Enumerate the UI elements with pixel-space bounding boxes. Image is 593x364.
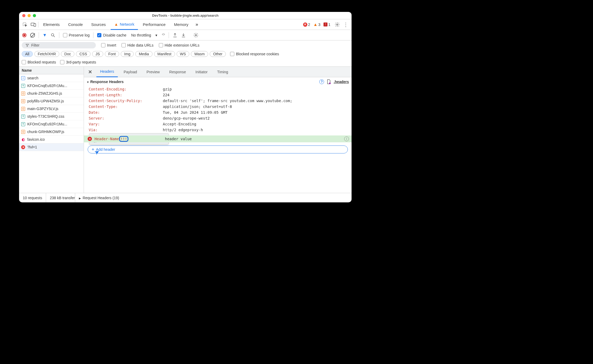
filter-toggle-icon[interactable]: ▼ [43,33,47,38]
issue-badges[interactable]: ✕2 ▲3 !1 [303,22,330,27]
dtab-preview[interactable]: Preview [143,67,164,77]
close-detail-button[interactable]: ✕ [86,69,94,75]
chip-fetch-xhr[interactable]: Fetch/XHR [34,51,59,57]
settings-icon[interactable] [334,21,341,28]
header-row: Content-Encoding:gzip [89,86,349,92]
invert-checkbox[interactable]: Invert [101,43,116,47]
dtab-response[interactable]: Response [165,67,190,77]
headers-source-link[interactable]: .headers [334,80,349,84]
blocked-cookies-checkbox[interactable]: Blocked response cookies [230,52,279,56]
request-name: styles-T73CSHRQ.css [27,114,64,119]
close-window-button[interactable] [22,14,25,17]
content-area: Name ≡searchTKFOmCnqEu92Fr1Mu...⟨⟩chunk-… [19,67,352,193]
header-name: Server: [89,116,163,120]
header-name: Content-Length: [89,93,163,97]
help-icon[interactable]: ? [319,79,324,84]
tab-console[interactable]: Console [65,19,87,30]
delete-header-button[interactable]: ✕ [88,137,92,141]
wifi-icon[interactable]: ⌔ [162,32,165,38]
collapse-arrow-icon [79,196,83,200]
request-row[interactable]: ✕?lvl=1 [19,143,84,151]
chip-manifest[interactable]: Manifest [154,51,175,57]
info-icon[interactable]: i [344,136,349,141]
dtab-timing[interactable]: Timing [213,67,232,77]
tab-memory[interactable]: Memory [170,19,192,30]
inspect-icon[interactable] [21,21,29,28]
throttling-select[interactable]: No throttling▾ [130,33,158,38]
dtab-payload[interactable]: Payload [120,67,141,77]
header-value: 224 [163,93,169,97]
tab-sources[interactable]: Sources [88,19,110,30]
override-file-icon[interactable] [327,79,331,84]
filter-row: Filter Invert Hide data URLs Hide extens… [19,40,352,50]
chip-img[interactable]: Img [121,51,134,57]
svg-line-5 [53,36,55,37]
device-icon[interactable] [30,21,37,28]
maximize-window-button[interactable] [33,14,36,17]
minimize-window-button[interactable] [28,14,31,17]
download-icon[interactable] [181,33,186,38]
tab-performance[interactable]: Performance [139,19,169,30]
request-row[interactable]: TKFOmCnqEu92Fr1Mu... [19,120,84,128]
request-row[interactable]: Tstyles-T73CSHRQ.css [19,113,84,120]
search-icon[interactable] [51,33,55,38]
chip-css[interactable]: CSS [76,51,91,57]
svg-point-7 [329,83,331,84]
chip-doc[interactable]: Doc [61,51,74,57]
filter-input[interactable]: Filter [22,42,96,48]
svg-point-6 [195,34,196,36]
header-name-input[interactable]: Header-Name!!! [95,137,165,141]
header-value: http/2 edgeproxy-h [163,128,203,132]
preserve-log-checkbox[interactable]: Preserve log [63,33,90,37]
chip-all[interactable]: All [22,51,33,57]
response-headers-section[interactable]: Response Headers ? .headers [84,77,352,86]
header-name: Date: [89,110,163,115]
chip-font[interactable]: Font [105,51,119,57]
titlebar: DevTools - bubble-jingle.web.app/search [19,12,352,19]
request-row[interactable]: ≡search [19,74,84,82]
dtab-headers[interactable]: Headers [96,67,118,77]
chip-wasm[interactable]: Wasm [191,51,208,57]
chip-js[interactable]: JS [92,51,103,57]
request-headers-section[interactable]: Request Headers (19) [75,193,123,202]
dtab-initiator[interactable]: Initiator [192,67,211,77]
network-settings-icon[interactable] [193,33,199,38]
network-toolbar: ▼ Preserve log ✓Disable cache No throttl… [19,30,352,40]
header-value: default-src 'self'; frame-src youtube.co… [163,99,292,103]
record-button[interactable] [22,33,26,37]
more-tabs-icon[interactable]: » [193,21,201,28]
request-name: polyfills-UPW4ZMSI.js [27,99,64,103]
issues-icon: ! [324,22,327,26]
request-name: KFOmCnqEu92Fr1Mu... [27,122,67,126]
blocked-requests-checkbox[interactable]: Blocked requests [22,60,56,64]
request-row[interactable]: ⟨⟩chunk-Z5WZJGHS.js [19,90,84,97]
tab-network[interactable]: ▲ Network [111,19,138,30]
disable-cache-checkbox[interactable]: ✓Disable cache [97,33,126,37]
chip-ws[interactable]: WS [177,51,190,57]
status-transfer: 238 kB transferred [46,193,75,202]
header-value-input[interactable]: header value [165,137,192,141]
request-row[interactable]: TKFOmCnqEu92Fr1Mu... [19,82,84,90]
tab-elements[interactable]: Elements [39,19,64,30]
add-header-button[interactable]: +Add header [88,145,348,153]
request-list-header[interactable]: Name [19,67,84,74]
chip-other[interactable]: Other [210,51,226,57]
request-row[interactable]: ⟨⟩polyfills-UPW4ZMSI.js [19,97,84,105]
third-party-checkbox[interactable]: 3rd-party requests [60,60,96,64]
header-row: Vary:Accept-Encoding [89,121,349,127]
chip-media[interactable]: Media [135,51,152,57]
hide-data-urls-checkbox[interactable]: Hide data URLs [122,43,154,47]
editable-header-row[interactable]: ✕ Header-Name!!! header value i [84,135,352,142]
kebab-menu-icon[interactable]: ⋮ [342,21,349,28]
clear-button[interactable] [30,33,35,38]
header-name: Content-Encoding: [89,87,163,91]
header-row: Content-Length:224 [89,92,349,98]
request-row[interactable]: ⟨⟩chunk-GRHMKOWP.js [19,128,84,136]
request-name: main-G3PZY5LV.js [27,107,59,111]
header-name: Via: [89,128,163,132]
upload-icon[interactable] [173,33,177,38]
request-row[interactable]: ◐favicon.ico [19,136,84,143]
request-row[interactable]: ⟨⟩main-G3PZY5LV.js [19,105,84,113]
hide-extension-urls-checkbox[interactable]: Hide extension URLs [159,43,200,47]
warning-icon: ▲ [114,22,118,26]
